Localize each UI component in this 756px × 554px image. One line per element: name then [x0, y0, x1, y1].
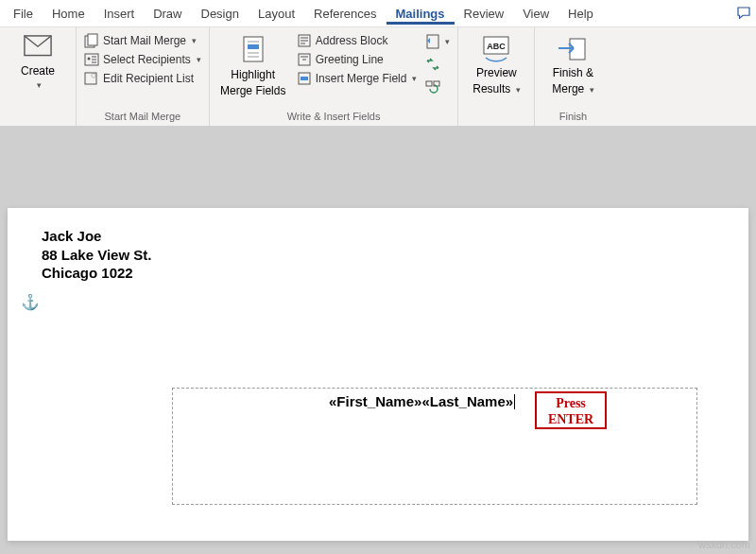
edit-list-icon	[84, 71, 99, 86]
finish-merge-icon	[557, 35, 589, 63]
svg-rect-13	[426, 81, 432, 86]
finish-merge-button[interactable]: Finish & Merge ▾	[542, 31, 603, 99]
chevron-down-icon: ▾	[412, 74, 417, 83]
menu-draw[interactable]: Draw	[144, 3, 191, 25]
comment-icon[interactable]	[735, 5, 752, 22]
edit-recipient-list-button[interactable]: Edit Recipient List	[84, 71, 201, 86]
return-address[interactable]: Jack Joe 88 Lake View St. Chicago 1022	[42, 227, 151, 283]
menu-references[interactable]: References	[304, 3, 386, 25]
return-address-city: Chicago 1022	[42, 264, 151, 283]
select-recipients-button[interactable]: Select Recipients ▾	[84, 52, 201, 67]
svg-point-4	[88, 58, 91, 61]
greeting-line-icon	[297, 52, 312, 67]
people-list-icon	[84, 52, 99, 67]
document-stack-icon	[84, 33, 99, 48]
menu-insert[interactable]: Insert	[94, 3, 145, 25]
group-preview: ABC Preview Results ▾	[458, 27, 535, 126]
address-block-icon	[297, 33, 312, 48]
menu-home[interactable]: Home	[43, 3, 94, 25]
highlight-merge-fields-button[interactable]: Highlight Merge Fields	[217, 31, 289, 101]
menu-file[interactable]: File	[4, 3, 43, 25]
address-block-button[interactable]: Address Block	[297, 33, 418, 48]
insert-merge-field-button[interactable]: Insert Merge Field ▾	[297, 71, 418, 86]
menu-help[interactable]: Help	[558, 3, 603, 25]
menu-layout[interactable]: Layout	[249, 3, 304, 25]
group-write-insert: Highlight Merge Fields Address Block Gre…	[210, 27, 459, 126]
start-mail-merge-button[interactable]: Start Mail Merge ▾	[84, 33, 201, 48]
match-fields-icon	[424, 56, 441, 73]
document-area: Jack Joe 88 Lake View St. Chicago 1022 ⚓…	[0, 127, 756, 554]
abc-preview-icon: ABC	[480, 35, 512, 63]
chevron-down-icon: ▾	[590, 85, 594, 95]
text-cursor	[514, 394, 515, 409]
chevron-down-icon: ▾	[516, 85, 521, 95]
menu-design[interactable]: Design	[192, 3, 249, 25]
svg-rect-7	[248, 44, 259, 49]
greeting-line-button[interactable]: Greeting Line	[297, 52, 418, 67]
envelope-page[interactable]: Jack Joe 88 Lake View St. Chicago 1022 ⚓…	[8, 208, 748, 541]
highlight-doc-icon	[238, 35, 268, 65]
chevron-down-icon: ▾	[445, 37, 450, 46]
anchor-icon: ⚓	[21, 293, 40, 311]
ribbon: Create ▾ Start Mail Merge ▾	[0, 27, 756, 127]
group-label-write-insert: Write & Insert Fields	[217, 109, 451, 126]
update-labels-button[interactable]	[424, 78, 450, 95]
menu-view[interactable]: View	[513, 3, 558, 25]
menu-bar: File Home Insert Draw Design Layout Refe…	[0, 0, 756, 27]
press-enter-callout: Press ENTER	[535, 391, 607, 429]
update-labels-icon	[424, 78, 441, 95]
menu-mailings[interactable]: Mailings	[387, 3, 455, 25]
rules-button[interactable]: ▾	[424, 33, 450, 50]
group-label-start: Start Mail Merge	[84, 109, 201, 126]
group-label-preview	[466, 109, 526, 126]
match-fields-button[interactable]	[424, 56, 450, 73]
svg-rect-11	[301, 77, 308, 80]
svg-rect-2	[88, 34, 97, 45]
group-finish: Finish & Merge ▾ Finish	[535, 27, 610, 126]
create-button[interactable]: Create ▾	[8, 31, 68, 95]
return-address-name: Jack Joe	[42, 227, 151, 246]
svg-text:ABC: ABC	[488, 42, 507, 51]
group-label-finish: Finish	[542, 109, 603, 126]
menu-review[interactable]: Review	[455, 3, 514, 25]
group-label-create	[8, 109, 68, 126]
watermark: wsxdn.com	[698, 539, 750, 550]
insert-field-icon	[297, 71, 312, 86]
preview-results-button[interactable]: ABC Preview Results ▾	[466, 31, 526, 99]
group-create: Create ▾	[0, 27, 77, 126]
group-start-mail-merge: Start Mail Merge ▾ Select Recipients ▾ E…	[77, 27, 210, 126]
merge-field-text[interactable]: «First_Name»«Last_Name»	[329, 393, 515, 409]
rules-icon	[424, 33, 441, 50]
chevron-down-icon: ▾	[197, 55, 201, 64]
chevron-down-icon: ▾	[37, 81, 42, 91]
envelope-icon	[24, 35, 52, 61]
return-address-street: 88 Lake View St.	[42, 246, 151, 265]
create-label: Create	[21, 65, 55, 78]
chevron-down-icon: ▾	[192, 36, 197, 45]
